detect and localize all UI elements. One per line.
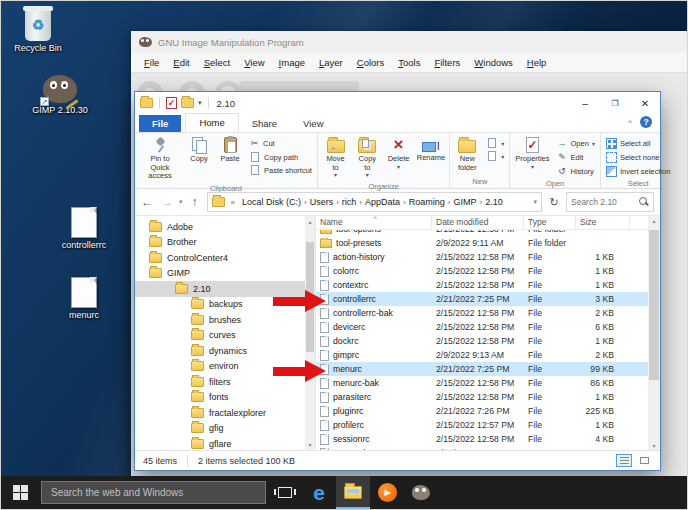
file-row-action-history[interactable]: action-history2/15/2022 12:58 PMFile1 KB: [316, 250, 660, 264]
breadcrumb-item[interactable]: Users: [309, 197, 335, 207]
breadcrumb-item[interactable]: 2.10: [484, 197, 504, 207]
file-row-parasiterc[interactable]: parasiterc2/15/2022 12:58 PMFile1 KB: [316, 390, 660, 404]
gimp-menu-edit[interactable]: Edit: [166, 55, 196, 70]
gimp-menu-view[interactable]: View: [237, 55, 271, 70]
invert-selection-button[interactable]: Invert selection: [603, 165, 673, 178]
tree-item-Adobe[interactable]: Adobe: [135, 219, 305, 235]
close-button[interactable]: ✕: [630, 92, 660, 114]
details-view-button[interactable]: [616, 454, 632, 467]
cut-button[interactable]: ✂Cut: [246, 137, 315, 150]
file-row-controllerrc-bak[interactable]: controllerrc-bak2/15/2022 12:58 PMFile2 …: [316, 306, 660, 320]
file-row-tool-presets[interactable]: tool-presets2/9/2022 9:11 AMFile folder: [316, 236, 660, 250]
forward-button[interactable]: →: [159, 195, 175, 209]
column-header-date[interactable]: Date modified: [432, 216, 524, 229]
file-row-menurc-bak[interactable]: menurc-bak2/15/2022 12:58 PMFile86 KB: [316, 376, 660, 390]
open-button[interactable]: →Open▾: [554, 137, 598, 150]
file-row-colorrc[interactable]: colorrc2/15/2022 12:58 PMFile1 KB: [316, 264, 660, 278]
customize-qat-chevron-icon[interactable]: ▾: [198, 99, 202, 107]
history-button[interactable]: ↺History: [554, 165, 598, 178]
list-scrollbar[interactable]: ▴ ▾: [648, 216, 660, 450]
tree-item-Brother[interactable]: Brother: [135, 235, 305, 251]
file-row-dockrc[interactable]: dockrc2/15/2022 12:58 PMFile1 KB: [316, 334, 660, 348]
tab-view[interactable]: View: [290, 115, 336, 132]
gimp-titlebar[interactable]: GNU Image Manipulation Program: [131, 31, 688, 53]
select-all-button[interactable]: Select all: [603, 137, 673, 150]
tree-item-dynamics[interactable]: dynamics: [135, 343, 305, 359]
paste-shortcut-button[interactable]: Paste shortcut: [246, 164, 315, 176]
collapse-ribbon-icon[interactable]: ^: [628, 118, 632, 127]
tab-share[interactable]: Share: [239, 115, 290, 132]
edge-button[interactable]: e: [302, 476, 336, 509]
tree-item-gflare[interactable]: gflare: [135, 436, 305, 450]
help-icon[interactable]: ?: [640, 116, 652, 128]
properties-qat-icon[interactable]: ✓: [166, 97, 177, 109]
desktop-icon-gimp[interactable]: ↗ GIMP 2.10.30: [23, 75, 97, 116]
breadcrumb-item[interactable]: GIMP: [452, 197, 477, 207]
file-row-menurc[interactable]: menurc2/21/2022 7:25 PMFile99 KB: [316, 362, 660, 376]
move-to-button[interactable]: ←Move to▾: [320, 135, 351, 181]
thumbnails-view-button[interactable]: [636, 454, 652, 467]
file-row-devicerc[interactable]: devicerc2/15/2022 12:58 PMFile6 KB: [316, 320, 660, 334]
address-field[interactable]: « Local Disk (C:)›Users›rich›AppData›Roa…: [207, 192, 542, 212]
file-row-sessionrc[interactable]: sessionrc2/15/2022 12:58 PMFile4 KB: [316, 432, 660, 446]
new-folder-qat-icon[interactable]: [181, 98, 194, 108]
tree-item-fractalexplorer[interactable]: fractalexplorer: [135, 405, 305, 421]
task-view-button[interactable]: [268, 476, 302, 509]
address-dropdown-chevron-icon[interactable]: ▾: [533, 198, 537, 206]
gimp-menu-help[interactable]: Help: [520, 55, 554, 70]
new-item-button[interactable]: ▾: [483, 137, 507, 149]
taskbar-search-input[interactable]: [51, 487, 256, 498]
select-none-button[interactable]: Select none: [603, 151, 673, 164]
copy-path-button[interactable]: Copy path: [246, 151, 315, 163]
properties-button[interactable]: ✓Properties▾: [512, 135, 552, 173]
tree-item-gfig[interactable]: gfig: [135, 421, 305, 437]
gimp-menu-colors[interactable]: Colors: [350, 55, 391, 70]
scroll-up-icon[interactable]: ▴: [648, 217, 660, 224]
tree-item-brushes[interactable]: brushes: [135, 312, 305, 328]
tree-item-2.10[interactable]: 2.10: [135, 281, 305, 297]
copy-button[interactable]: Copy: [184, 135, 214, 166]
file-row-pluginrc[interactable]: pluginrc2/21/2022 7:26 PMFile225 KB: [316, 404, 660, 418]
minimize-button[interactable]: –: [570, 92, 600, 114]
scroll-down-icon[interactable]: ▾: [305, 441, 315, 448]
column-header-name[interactable]: Name^: [316, 216, 432, 229]
tab-file[interactable]: File: [139, 115, 181, 132]
edit-button[interactable]: ✎Edit: [554, 151, 598, 164]
scrollbar-thumb[interactable]: [649, 230, 659, 380]
explorer-search-input[interactable]: [571, 197, 639, 207]
paste-button[interactable]: Paste: [215, 135, 245, 166]
new-folder-button[interactable]: New folder: [452, 135, 482, 174]
explorer-search-box[interactable]: [566, 192, 654, 212]
gimp-menu-image[interactable]: Image: [272, 55, 312, 70]
gimp-menu-file[interactable]: File: [137, 55, 166, 70]
gimp-menu-layer[interactable]: Layer: [312, 55, 350, 70]
scroll-up-icon[interactable]: ▴: [305, 218, 315, 225]
explorer-titlebar[interactable]: ✓ ▾ 2.10 – ❐ ✕: [135, 92, 660, 114]
breadcrumb-item[interactable]: Roaming: [408, 197, 446, 207]
file-row-profilerc[interactable]: profilerc2/15/2022 12:57 PMFile1 KB: [316, 418, 660, 432]
gimp-menu-tools[interactable]: Tools: [391, 55, 427, 70]
gimp-menu-windows[interactable]: Windows: [467, 55, 520, 70]
media-player-button[interactable]: ▶: [370, 476, 404, 509]
desktop-icon-recycle-bin[interactable]: ♻ Recycle Bin: [7, 9, 69, 54]
refresh-icon[interactable]: ↻: [546, 196, 562, 209]
file-row-gimprc[interactable]: gimprc2/9/2022 9:13 AMFile2 KB: [316, 348, 660, 362]
up-button[interactable]: ↑: [187, 195, 203, 209]
copy-to-button[interactable]: Copy to▾: [352, 135, 382, 181]
tree-item-ControlCenter4[interactable]: ControlCenter4: [135, 250, 305, 266]
taskbar-search-box[interactable]: [41, 481, 266, 504]
tree-scrollbar[interactable]: ▴ ▾: [305, 216, 315, 450]
start-button[interactable]: [1, 476, 39, 509]
tree-item-fonts[interactable]: fonts: [135, 390, 305, 406]
back-button[interactable]: ←: [139, 195, 155, 209]
breadcrumb-item[interactable]: Local Disk (C:): [241, 197, 302, 207]
tree-item-GIMP[interactable]: GIMP: [135, 266, 305, 282]
gimp-taskbar-button[interactable]: [404, 476, 438, 509]
scroll-down-icon[interactable]: ▾: [648, 442, 660, 449]
file-row-contextrc[interactable]: contextrc2/15/2022 12:58 PMFile1 KB: [316, 278, 660, 292]
file-row-controllerrc[interactable]: controllerrc2/21/2022 7:25 PMFile3 KB: [316, 292, 660, 306]
gimp-menu-select[interactable]: Select: [197, 55, 237, 70]
file-row-tags.xml[interactable]: tags.xml2/15/2022 12:58 PMXML Docu...90 …: [316, 446, 660, 450]
pin-to-quick-access-button[interactable]: Pin to Quick access: [137, 135, 183, 183]
tab-home[interactable]: Home: [185, 113, 238, 132]
